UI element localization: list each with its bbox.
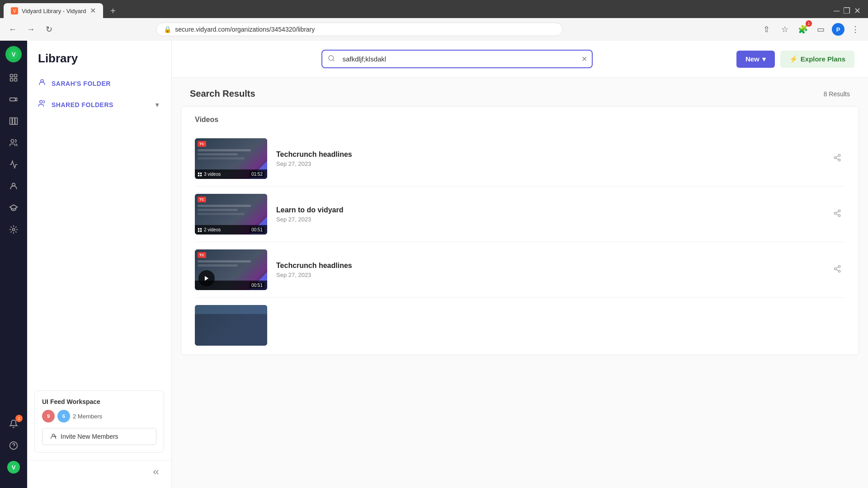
search-input[interactable] xyxy=(321,50,593,68)
person-icon-btn[interactable] xyxy=(4,176,24,196)
video-thumbnail: TC 3 videos xyxy=(195,138,267,179)
video-share-button[interactable] xyxy=(830,261,845,279)
profile-avatar[interactable]: P xyxy=(832,23,844,36)
share-button[interactable]: ⇧ xyxy=(760,22,774,37)
collapse-row xyxy=(27,460,171,488)
hat-icon-btn[interactable] xyxy=(4,198,24,218)
forward-button[interactable]: → xyxy=(24,22,38,37)
video-share-button[interactable] xyxy=(830,150,845,168)
video-item[interactable]: TC 0 xyxy=(195,242,845,298)
notification-badge: 1 xyxy=(15,415,23,422)
video-duration: 01:52 xyxy=(250,171,264,177)
tab-favicon: V xyxy=(11,7,18,14)
results-container: Videos TC xyxy=(181,106,859,355)
videos-count-badge: 3 videos xyxy=(198,172,221,177)
video-info: Techcrunch headlines Sep 27, 2023 xyxy=(276,262,821,278)
page-title: Library xyxy=(27,41,171,73)
svg-rect-20 xyxy=(198,172,199,174)
svg-point-34 xyxy=(834,212,836,214)
video-title: Techcrunch headlines xyxy=(276,150,821,159)
tc-logo: TC xyxy=(198,141,206,147)
search-clear-button[interactable]: ✕ xyxy=(581,55,587,63)
collapse-panel-button[interactable] xyxy=(148,464,164,483)
tc-logo: TC xyxy=(198,197,206,202)
svg-point-14 xyxy=(40,100,42,103)
svg-point-26 xyxy=(838,159,840,161)
workspace-card: UI Feed Workspace 9 6 2 Members Invite N… xyxy=(34,390,164,453)
svg-rect-29 xyxy=(198,228,199,229)
new-button[interactable]: New ▾ xyxy=(736,51,775,68)
video-overlay: 00:51 xyxy=(195,281,267,290)
svg-rect-23 xyxy=(200,174,202,176)
library-icon-btn[interactable] xyxy=(4,111,24,131)
workspace-name: UI Feed Workspace xyxy=(42,398,156,405)
video-title: Learn to do vidyard xyxy=(276,206,821,214)
svg-rect-21 xyxy=(200,172,202,174)
new-button-chevron: ▾ xyxy=(762,55,766,63)
svg-rect-8 xyxy=(15,118,17,125)
back-button[interactable]: ← xyxy=(5,22,20,37)
video-thumbnail xyxy=(195,305,267,346)
extensions-badge: 1 xyxy=(806,20,812,27)
video-info: Techcrunch headlines Sep 27, 2023 xyxy=(276,150,821,167)
video-share-button[interactable] xyxy=(830,206,845,223)
explore-button-label: Explore Plans xyxy=(801,55,845,63)
video-duration: 00:51 xyxy=(250,227,264,233)
svg-line-19 xyxy=(333,60,335,61)
extensions-container: 🧩 1 xyxy=(796,22,810,37)
svg-rect-7 xyxy=(13,118,15,125)
results-count: 8 Results xyxy=(824,90,850,98)
svg-point-9 xyxy=(11,140,14,143)
window-close-button[interactable]: ✕ xyxy=(854,6,861,16)
menu-button[interactable]: ⋮ xyxy=(848,22,863,37)
video-item[interactable] xyxy=(195,298,845,346)
vidyard-bottom-icon-btn[interactable]: V xyxy=(4,457,24,477)
svg-rect-3 xyxy=(14,75,17,77)
vidyard-logo[interactable]: V xyxy=(5,46,22,62)
search-results-area: Search Results 8 Results Videos TC xyxy=(172,78,868,488)
shared-folders-icon xyxy=(38,99,46,110)
svg-rect-4 xyxy=(10,79,13,81)
video-overlay: 3 videos 01:52 xyxy=(195,169,267,179)
svg-point-41 xyxy=(838,270,840,272)
invite-button-label: Invite New Members xyxy=(61,433,118,440)
main-content: ✕ New ▾ ⚡ Explore Plans Search Results 8… xyxy=(172,41,868,488)
help-icon-btn[interactable] xyxy=(4,436,24,455)
avatar-1: 9 xyxy=(42,410,55,422)
main-header: ✕ New ▾ ⚡ Explore Plans xyxy=(172,41,868,78)
new-tab-button[interactable]: + xyxy=(107,4,119,18)
sidebar-toggle-button[interactable]: ▭ xyxy=(814,22,828,37)
icon-sidebar-bottom: 1 V xyxy=(4,414,24,483)
video-title: Techcrunch headlines xyxy=(276,262,821,270)
avatar-2: 6 xyxy=(57,410,70,422)
lock-icon: 🔒 xyxy=(164,26,171,33)
video-thumbnail: TC 0 xyxy=(195,249,267,290)
active-tab[interactable]: V Vidyard Library - Vidyard ✕ xyxy=(4,3,103,19)
reload-button[interactable]: ↻ xyxy=(42,22,56,37)
invite-members-button[interactable]: Invite New Members xyxy=(42,428,156,445)
video-item[interactable]: TC 3 videos xyxy=(195,131,845,187)
address-bar[interactable]: 🔒 secure.vidyard.com/organizations/34543… xyxy=(156,23,563,36)
shared-folders-chevron: ▼ xyxy=(154,101,160,108)
explore-plans-button[interactable]: ⚡ Explore Plans xyxy=(780,51,854,68)
video-overlay: 2 videos 00:51 xyxy=(195,225,267,235)
home-icon-btn[interactable] xyxy=(4,68,24,88)
svg-point-11 xyxy=(13,229,15,231)
videos-count-text: 3 videos xyxy=(204,172,221,177)
camera-icon-btn[interactable] xyxy=(4,89,24,109)
window-minimize-button[interactable]: ─ xyxy=(834,6,840,16)
bookmark-button[interactable]: ☆ xyxy=(778,22,792,37)
users-icon-btn[interactable] xyxy=(4,133,24,153)
window-restore-button[interactable]: ❐ xyxy=(843,6,850,16)
tab-close-button[interactable]: ✕ xyxy=(90,7,96,14)
integrations-icon-btn[interactable] xyxy=(4,220,24,239)
svg-line-27 xyxy=(836,158,838,160)
svg-line-43 xyxy=(836,267,838,268)
shared-folders-nav-item[interactable]: SHARED FOLDERS ▼ xyxy=(27,94,171,115)
analytics-icon-btn[interactable] xyxy=(4,155,24,174)
video-item[interactable]: TC 2 videos xyxy=(195,187,845,242)
sarahs-folder-nav-item[interactable]: SARAH'S FOLDER xyxy=(27,73,171,94)
video-info: Learn to do vidyard Sep 27, 2023 xyxy=(276,206,821,223)
svg-line-28 xyxy=(836,155,838,157)
notification-icon-btn[interactable]: 1 xyxy=(4,414,24,434)
